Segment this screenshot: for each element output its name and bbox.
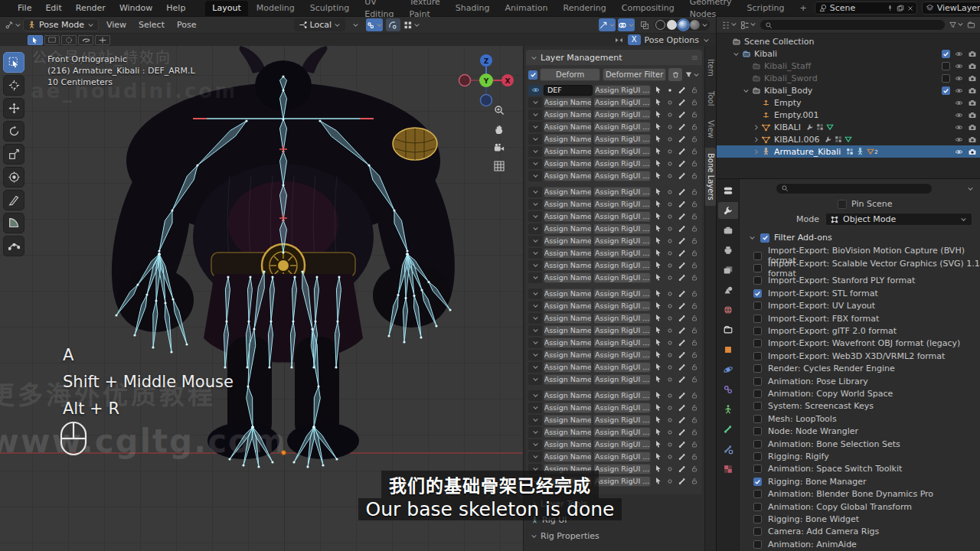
properties-tab-tool-icon[interactable] — [718, 202, 738, 219]
render-camera-icon[interactable] — [968, 62, 977, 70]
bone-icon[interactable] — [677, 337, 688, 348]
layer-radio-icon[interactable] — [665, 403, 675, 413]
lock-icon[interactable] — [689, 109, 700, 120]
layer-visibility-icon[interactable] — [528, 97, 542, 108]
layer-visibility-icon[interactable] — [528, 403, 542, 413]
lock-icon[interactable] — [689, 158, 700, 169]
select-mode-select-lasso-icon[interactable] — [78, 35, 93, 45]
lock-icon[interactable] — [689, 362, 700, 373]
assign-rigui-button[interactable]: Assign RigUI ... — [593, 187, 651, 197]
assign-rigui-button[interactable]: Assign RigUI ... — [593, 122, 651, 132]
layer-visibility-icon[interactable] — [528, 427, 542, 438]
bone-icon[interactable] — [677, 439, 688, 450]
layer-radio-icon[interactable] — [665, 362, 675, 373]
assign-name-button[interactable]: Assign Name — [544, 211, 592, 222]
addon-checkbox[interactable] — [753, 540, 762, 549]
select-bones-icon[interactable] — [652, 146, 663, 157]
select-bones-icon[interactable] — [652, 134, 663, 145]
outliner-item-empty[interactable]: Empty — [717, 96, 980, 109]
lock-icon[interactable] — [689, 122, 700, 132]
snap-settings[interactable] — [366, 18, 383, 31]
select-bones-icon[interactable] — [652, 171, 663, 181]
layer-visibility-icon[interactable] — [528, 199, 542, 210]
addon-checkbox[interactable] — [753, 390, 762, 398]
outliner-item-scene-collection[interactable]: Scene Collection — [717, 35, 980, 47]
assign-rigui-button[interactable]: Assign RigUI ... — [593, 439, 651, 450]
layer-radio-icon[interactable] — [665, 415, 675, 425]
outliner-item-kibali-sword[interactable]: Kibali_Sword — [717, 72, 980, 84]
bone-icon[interactable] — [677, 452, 688, 462]
select-bones-icon[interactable] — [652, 260, 663, 271]
select-bones-icon[interactable] — [652, 236, 663, 246]
shading-solid-icon[interactable] — [667, 20, 677, 30]
layer-visibility-icon[interactable] — [528, 415, 542, 425]
bone-icon[interactable] — [677, 350, 688, 360]
filter-addons-checkbox[interactable] — [760, 233, 769, 243]
layer-radio-icon[interactable] — [665, 476, 675, 487]
layer-tools-panel[interactable]: Layer Tools — [526, 497, 702, 510]
outliner-item-armature-kibali[interactable]: Armature_Kibali2 — [717, 145, 980, 158]
outliner-editor-icon[interactable] — [721, 21, 737, 30]
layer-radio-icon[interactable] — [665, 427, 675, 438]
layer-visibility-icon[interactable] — [528, 236, 542, 246]
deform-checkbox[interactable] — [528, 70, 537, 80]
assign-rigui-button[interactable]: Assign RigUI ... — [593, 301, 651, 311]
pin-scene-checkbox[interactable] — [838, 200, 847, 209]
assign-name-button[interactable]: Assign Name — [544, 171, 592, 181]
properties-tab-texture-icon[interactable] — [718, 461, 738, 478]
hide-eye-icon[interactable] — [954, 123, 964, 132]
lock-icon[interactable] — [689, 350, 700, 360]
select-bones-icon[interactable] — [652, 325, 663, 336]
lock-icon[interactable] — [689, 337, 700, 348]
lock-icon[interactable] — [689, 134, 700, 145]
addon-checkbox[interactable] — [753, 527, 762, 536]
layer-radio-icon[interactable] — [665, 158, 675, 169]
select-mode-cursor-icon[interactable] — [95, 35, 110, 45]
tool-transform-button[interactable] — [3, 167, 24, 187]
assign-rigui-button[interactable]: Assign RigUI ... — [594, 85, 651, 96]
expand-arrow-icon[interactable] — [731, 51, 740, 57]
properties-tab-render-icon[interactable] — [718, 222, 738, 239]
lock-icon[interactable] — [689, 236, 700, 246]
layer-radio-icon[interactable] — [665, 187, 675, 197]
addon-checkbox[interactable] — [753, 440, 762, 448]
properties-tab-view-layer-icon[interactable] — [718, 262, 738, 279]
material-pipeline-icon[interactable] — [835, 135, 842, 143]
select-bones-icon[interactable] — [652, 272, 663, 283]
assign-rigui-button[interactable]: Assign RigUI ... — [593, 415, 651, 425]
tool-pose-breakdowner-button[interactable] — [3, 236, 24, 256]
deformer-filter-button[interactable]: Deformer Filter — [603, 68, 666, 81]
layer-radio-icon[interactable] — [665, 122, 675, 132]
camera-view-icon[interactable] — [493, 142, 505, 153]
layer-visibility-icon[interactable] — [528, 476, 542, 487]
assign-name-button[interactable]: Assign Name — [544, 199, 592, 210]
properties-tab-collection-props-icon[interactable] — [718, 321, 738, 338]
collection-checkbox[interactable] — [942, 74, 950, 83]
assign-name-button[interactable]: Assign Name — [544, 134, 592, 145]
bone-icon[interactable] — [677, 109, 688, 120]
select-bones-icon[interactable] — [652, 158, 663, 169]
viewport-menu-view[interactable]: View — [100, 20, 132, 30]
properties-tab-bone-icon[interactable] — [718, 421, 738, 438]
layer-visibility-icon[interactable] — [528, 85, 542, 96]
properties-tab-constraints-icon[interactable] — [718, 381, 738, 398]
assign-name-button[interactable]: Assign Name — [544, 374, 592, 385]
bone-icon[interactable] — [677, 362, 688, 373]
bone-icon[interactable] — [677, 390, 688, 401]
assign-name-button[interactable]: Assign Name — [544, 403, 592, 413]
workspace-tab-sculpting[interactable]: Sculpting — [303, 1, 356, 16]
assign-rigui-button[interactable]: Assign RigUI ... — [593, 248, 651, 259]
assign-name-button[interactable]: Assign Name — [544, 187, 592, 197]
select-bones-icon[interactable] — [652, 374, 663, 385]
bone-icon[interactable] — [677, 248, 688, 259]
layer-radio-icon[interactable] — [665, 464, 675, 474]
addon-checkbox[interactable] — [753, 264, 762, 272]
bone-icon[interactable] — [677, 415, 688, 425]
layer-visibility-icon[interactable] — [528, 452, 542, 462]
select-mode-select-box-icon[interactable] — [44, 35, 60, 45]
sidebar-tab-tool[interactable]: Tool — [705, 86, 716, 111]
assign-name-button[interactable]: Assign Name — [544, 289, 592, 299]
bone-icon[interactable] — [677, 158, 688, 169]
modifier-wrench-icon[interactable] — [806, 123, 814, 131]
new-scene-icon[interactable] — [897, 5, 904, 12]
